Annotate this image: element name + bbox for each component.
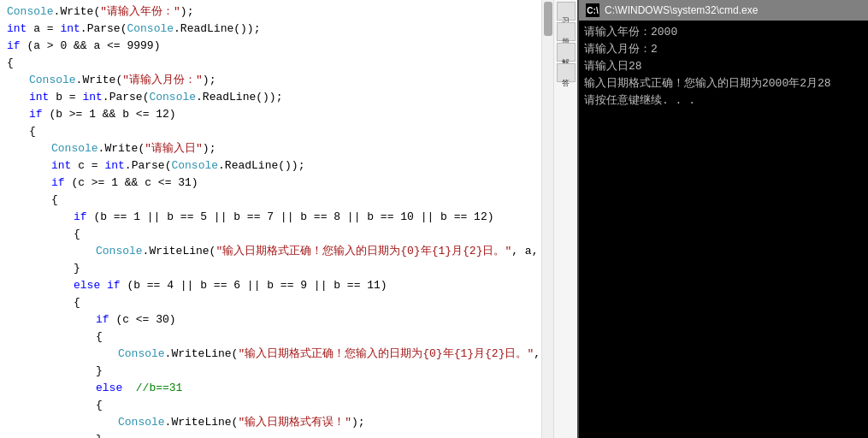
cmd-titlebar: C:\ C:\WINDOWS\system32\cmd.exe — [579, 0, 868, 21]
editor-scrollbar[interactable] — [541, 0, 553, 438]
code-editor: Console.Write("请输入年份：");int a = int.Pars… — [0, 0, 541, 438]
code-line: Console.WriteLine("输入日期格式正确！您输入的日期为{0}年{… — [0, 243, 541, 260]
cmd-body: 请输入年份：2000请输入月份：2请输入日28输入日期格式正确！您输入的日期为2… — [579, 21, 868, 438]
cmd-title: C:\WINDOWS\system32\cmd.exe — [605, 4, 758, 16]
cmd-output-line: 请输入日28 — [584, 58, 863, 75]
code-line: Console.Write("请输入年份："); — [0, 3, 541, 21]
code-line: int c = int.Parse(Console.ReadLine()); — [0, 157, 541, 175]
cmd-panel: C:\ C:\WINDOWS\system32\cmd.exe 请输入年份：20… — [577, 0, 868, 438]
code-line: } — [0, 431, 541, 438]
code-line: } — [0, 363, 541, 380]
cmd-icon: C:\ — [586, 3, 599, 17]
code-line: { — [0, 226, 541, 243]
cmd-output-line: 输入日期格式正确！您输入的日期为2000年2月28 — [584, 75, 863, 92]
scrollbar-thumb[interactable] — [544, 2, 552, 36]
code-line: { — [0, 192, 541, 209]
code-line: int a = int.Parse(Console.ReadLine()); — [0, 21, 541, 38]
code-line: if (a > 0 && a <= 9999) — [0, 38, 541, 55]
code-line: { — [0, 55, 541, 72]
code-line: { — [0, 328, 541, 346]
right-sidebar: 习题解答 — [553, 0, 577, 438]
code-line: else if (b == 4 || b == 6 || b == 9 || b… — [0, 277, 541, 294]
code-line: Console.WriteLine("输入日期格式有误！"); — [0, 414, 541, 431]
sidebar-button[interactable]: 习 — [557, 2, 576, 21]
code-line: Console.Write("请输入月份："); — [0, 72, 541, 89]
cmd-output-line: 请输入月份：2 — [584, 41, 863, 58]
code-line: if (c >= 1 && c <= 31) — [0, 175, 541, 192]
sidebar-button[interactable]: 题 — [557, 22, 576, 41]
code-line: int b = int.Parse(Console.ReadLine()); — [0, 89, 541, 106]
code-line: Console.Write("请输入日"); — [0, 140, 541, 157]
code-line: } — [0, 260, 541, 277]
sidebar-button[interactable]: 答 — [557, 63, 576, 82]
code-line: if (b == 1 || b == 5 || b == 7 || b == 8… — [0, 209, 541, 226]
cmd-output-line: 请输入年份：2000 — [584, 24, 863, 41]
code-line: else //b==31 — [0, 380, 541, 397]
code-line: { — [0, 123, 541, 140]
code-line: { — [0, 397, 541, 414]
sidebar-button[interactable]: 解 — [557, 43, 576, 62]
code-line: if (b >= 1 && b <= 12) — [0, 106, 541, 123]
code-content: Console.Write("请输入年份：");int a = int.Pars… — [0, 0, 541, 438]
code-line: { — [0, 294, 541, 311]
code-line: Console.WriteLine("输入日期格式正确！您输入的日期为{0}年{… — [0, 346, 541, 363]
cmd-output-line: 请按任意键继续. . . — [584, 92, 863, 110]
code-line: if (c <= 30) — [0, 311, 541, 328]
